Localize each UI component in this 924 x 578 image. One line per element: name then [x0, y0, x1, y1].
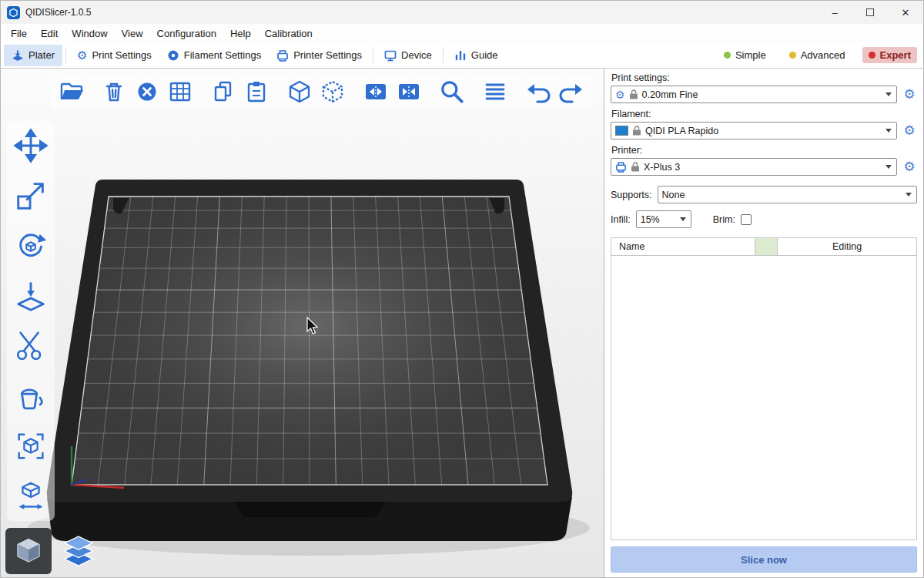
- object-list[interactable]: [611, 256, 917, 540]
- print-settings-gear-button[interactable]: ⚙: [902, 88, 917, 101]
- mode-advanced[interactable]: Advanced: [783, 47, 852, 63]
- filament-gear-button[interactable]: ⚙: [902, 124, 917, 137]
- menu-file[interactable]: File: [4, 25, 34, 42]
- tab-print-settings[interactable]: ⚙ Print Settings: [69, 45, 159, 66]
- split-parts-icon: [397, 79, 421, 104]
- emboss-tool-button[interactable]: [11, 428, 51, 465]
- infill-label: Infill:: [611, 214, 631, 225]
- print-settings-label: Print settings:: [611, 72, 917, 83]
- view-mode-buttons: [5, 528, 102, 574]
- variable-layer-height-button[interactable]: [482, 79, 508, 105]
- search-button[interactable]: [439, 79, 465, 105]
- menu-edit[interactable]: Edit: [34, 25, 65, 42]
- app-window: QIDISlicer-1.0.5 – ✕ File Edit Window Vi…: [0, 0, 924, 578]
- printer-value: X-Plus 3: [644, 162, 680, 173]
- extruder-column-header[interactable]: [755, 238, 778, 255]
- maximize-button[interactable]: [852, 1, 888, 24]
- menu-configuration[interactable]: Configuration: [150, 25, 223, 42]
- measure-tool-button[interactable]: [11, 478, 51, 515]
- tab-plater[interactable]: Plater: [4, 45, 62, 66]
- viewport-3d[interactable]: [1, 69, 604, 577]
- lock-icon: [633, 126, 641, 136]
- editing-column-header[interactable]: Editing: [778, 238, 916, 255]
- name-column-header[interactable]: Name: [611, 238, 755, 255]
- scissors-icon: [13, 328, 49, 364]
- split-to-objects-button[interactable]: [363, 79, 389, 105]
- mode-switcher: Simple Advanced Expert: [718, 47, 917, 63]
- scale-tool-button[interactable]: [11, 177, 51, 214]
- place-on-face-tool-button[interactable]: [11, 277, 51, 314]
- cut-tool-button[interactable]: [11, 328, 51, 365]
- mode-label: Simple: [735, 49, 766, 61]
- redo-arrow-icon: [559, 79, 584, 104]
- object-list-header: Name Editing: [611, 237, 917, 256]
- plater-icon: [12, 49, 24, 62]
- app-logo-icon: [7, 6, 20, 19]
- measure-icon: [13, 479, 49, 514]
- remove-instance-button[interactable]: [320, 79, 346, 105]
- printer-select[interactable]: X-Plus 3: [611, 158, 897, 176]
- delete-button[interactable]: [101, 79, 127, 105]
- undo-button[interactable]: [525, 79, 551, 105]
- tab-device[interactable]: Device: [377, 45, 440, 66]
- minimize-button[interactable]: –: [817, 1, 852, 24]
- redo-button[interactable]: [558, 79, 584, 105]
- dropdown-arrow-icon: [680, 217, 686, 221]
- print-settings-value: 0.20mm Fine: [642, 89, 698, 100]
- menu-window[interactable]: Window: [65, 25, 114, 42]
- paste-icon: [244, 79, 269, 104]
- copy-button[interactable]: [210, 79, 236, 105]
- tab-label: Plater: [28, 49, 55, 61]
- close-button[interactable]: ✕: [888, 1, 923, 24]
- dropdown-arrow-icon: [886, 165, 892, 169]
- tab-separator: [373, 48, 373, 63]
- tab-guide[interactable]: Guide: [447, 45, 506, 66]
- menu-view[interactable]: View: [115, 25, 150, 42]
- add-instance-cube-icon: [287, 79, 312, 104]
- add-instance-button[interactable]: [286, 79, 313, 105]
- brim-checkbox[interactable]: [741, 214, 752, 225]
- trash-icon: [102, 79, 126, 104]
- tab-label: Guide: [471, 49, 498, 61]
- filament-select[interactable]: QIDI PLA Rapido: [611, 122, 897, 139]
- printer-label: Printer:: [611, 145, 917, 156]
- sidebar: Print settings: ⚙ 0.20mm Fine ⚙ Filament…: [604, 69, 923, 577]
- supports-label: Supports:: [611, 190, 652, 200]
- slice-now-button[interactable]: Slice now: [611, 546, 917, 573]
- 3d-editor-view-button[interactable]: [5, 528, 52, 574]
- brim-label: Brim:: [713, 214, 735, 225]
- scale-icon: [13, 178, 49, 213]
- menu-calibration[interactable]: Calibration: [258, 25, 320, 42]
- preview-view-button[interactable]: [55, 528, 102, 574]
- mode-label: Advanced: [801, 49, 845, 61]
- tab-printer-settings[interactable]: Printer Settings: [269, 45, 370, 66]
- filament-label: Filament:: [611, 109, 917, 119]
- move-tool-button[interactable]: [11, 127, 51, 164]
- device-icon: [384, 49, 397, 62]
- remove-instance-cube-icon: [320, 79, 345, 104]
- infill-value: 15%: [641, 214, 660, 225]
- arrange-button[interactable]: [167, 79, 193, 105]
- split-to-parts-button[interactable]: [396, 79, 422, 105]
- tabbar: Plater ⚙ Print Settings Filament Setting…: [1, 42, 923, 69]
- layer-lines-icon: [483, 79, 507, 104]
- undo-arrow-icon: [526, 79, 551, 104]
- open-file-button[interactable]: [58, 79, 84, 105]
- paint-tool-button[interactable]: [11, 378, 51, 415]
- mode-expert[interactable]: Expert: [862, 47, 917, 63]
- mode-simple[interactable]: Simple: [718, 47, 772, 63]
- paste-button[interactable]: [243, 79, 270, 105]
- search-icon: [439, 78, 465, 106]
- filament-value: QIDI PLA Rapido: [645, 126, 718, 136]
- rotate-tool-button[interactable]: [11, 227, 51, 264]
- infill-select[interactable]: 15%: [636, 210, 691, 228]
- printer-icon: [615, 161, 627, 173]
- print-settings-select[interactable]: ⚙ 0.20mm Fine: [611, 86, 897, 103]
- delete-all-button[interactable]: [134, 79, 160, 105]
- arrange-grid-icon: [168, 79, 192, 104]
- supports-select[interactable]: None: [658, 186, 917, 203]
- window-controls: – ✕: [817, 1, 923, 24]
- printer-gear-button[interactable]: ⚙: [902, 160, 917, 173]
- menu-help[interactable]: Help: [223, 25, 258, 42]
- tab-filament-settings[interactable]: Filament Settings: [159, 45, 269, 66]
